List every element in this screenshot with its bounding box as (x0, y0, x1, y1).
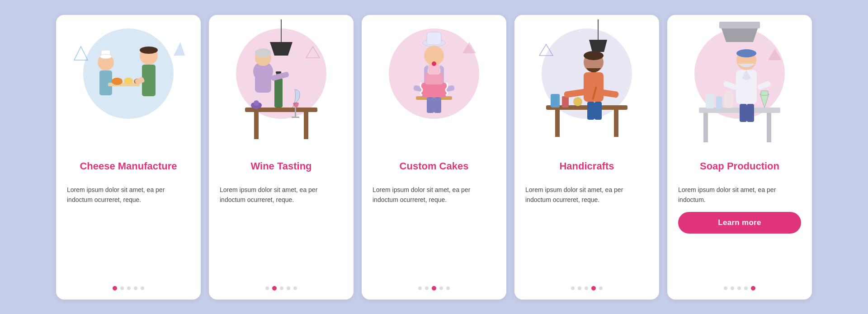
svg-marker-34 (462, 42, 476, 53)
card-cheese-manufacture: Cheese Manufacture Lorem ipsum dolor sit… (56, 15, 201, 300)
svg-rect-70 (703, 113, 708, 142)
dot-2 (737, 286, 741, 290)
svg-rect-75 (761, 91, 768, 95)
svg-point-8 (124, 78, 133, 84)
svg-rect-54 (614, 110, 618, 137)
cards-container: Cheese Manufacture Lorem ipsum dolor sit… (42, 2, 826, 312)
card-content-wine: Wine Tasting Lorem ipsum dolor sit amet,… (209, 150, 354, 291)
card-title-wine: Wine Tasting (220, 155, 343, 178)
svg-marker-50 (589, 40, 607, 52)
dots-row-cheese (67, 278, 190, 291)
illustration-cheese-svg (65, 19, 192, 146)
dot-4 (446, 286, 450, 290)
dot-active (751, 286, 755, 291)
svg-point-11 (140, 47, 158, 54)
card-content-soap: Soap Production Lorem ipsum dolor sit am… (667, 150, 812, 291)
dot-1 (578, 286, 581, 290)
learn-more-button[interactable]: Learn more (678, 212, 801, 234)
dot-0 (571, 286, 575, 290)
card-wine-tasting: Wine Tasting Lorem ipsum dolor sit amet,… (209, 15, 354, 300)
svg-point-59 (584, 51, 604, 60)
card-description-handicrafts: Lorem ipsum dolor sit amet, ea per indoc… (525, 185, 648, 205)
svg-point-46 (432, 61, 436, 66)
dots-row-soap (678, 278, 801, 291)
svg-rect-72 (706, 94, 714, 108)
dot-3 (439, 286, 443, 290)
dots-row-wine (220, 278, 343, 291)
svg-rect-64 (587, 102, 594, 120)
dot-1 (425, 286, 429, 290)
dot-active (113, 286, 117, 291)
card-content-handicrafts: Handicrafts Lorem ipsum dolor sit amet, … (514, 150, 659, 291)
svg-marker-0 (74, 47, 88, 60)
svg-marker-1 (174, 42, 185, 56)
card-description-cakes: Lorem ipsum dolor sit amet, ea per indoc… (373, 185, 495, 205)
dot-0 (418, 286, 422, 290)
svg-point-7 (112, 78, 123, 85)
svg-rect-80 (757, 80, 771, 90)
illustration-wine-svg (218, 19, 344, 146)
svg-rect-53 (555, 110, 560, 137)
svg-rect-79 (723, 80, 737, 90)
card-content-cheese: Cheese Manufacture Lorem ipsum dolor sit… (56, 150, 201, 291)
card-description-wine: Lorem ipsum dolor sit amet, ea per indoc… (220, 185, 343, 205)
card-illustration-cheese (56, 15, 201, 150)
illustration-cakes-svg (371, 19, 497, 146)
svg-rect-19 (304, 112, 308, 139)
svg-rect-36 (427, 32, 441, 45)
dot-3 (134, 286, 137, 290)
svg-rect-22 (276, 71, 281, 74)
dot-3 (287, 286, 290, 290)
svg-marker-16 (306, 47, 320, 58)
svg-rect-47 (427, 97, 434, 113)
dot-0 (265, 286, 269, 290)
svg-rect-28 (255, 68, 271, 93)
svg-point-77 (736, 49, 756, 57)
dot-1 (731, 286, 734, 290)
svg-rect-24 (292, 117, 299, 118)
dot-active (272, 286, 277, 291)
svg-rect-18 (254, 112, 259, 139)
card-title-cakes: Custom Cakes (373, 155, 495, 178)
dot-active (591, 286, 596, 291)
svg-rect-23 (295, 108, 296, 117)
svg-point-57 (573, 97, 582, 106)
illustration-soap-svg (676, 19, 803, 146)
card-title-handicrafts: Handicrafts (525, 155, 648, 178)
card-description-soap: Lorem ipsum dolor sit amet, ea per indoc… (678, 185, 801, 205)
illustration-handicrafts-svg (524, 19, 650, 146)
svg-marker-68 (768, 49, 782, 60)
card-illustration-handicrafts (514, 15, 659, 150)
dot-2 (585, 286, 588, 290)
dots-row-cakes (373, 278, 495, 291)
svg-rect-82 (747, 104, 754, 122)
card-handicrafts: Handicrafts Lorem ipsum dolor sit amet, … (514, 15, 659, 300)
svg-rect-20 (274, 78, 283, 108)
svg-rect-56 (562, 96, 569, 108)
dot-2 (280, 286, 283, 290)
card-title-soap: Soap Production (678, 155, 801, 178)
dot-1 (120, 286, 124, 290)
svg-rect-65 (594, 102, 602, 120)
svg-rect-73 (716, 96, 722, 109)
svg-marker-51 (539, 44, 553, 56)
dot-4 (293, 286, 297, 290)
card-description-cheese: Lorem ipsum dolor sit amet, ea per indoc… (67, 185, 190, 205)
card-illustration-soap (667, 15, 812, 150)
dot-4 (599, 286, 603, 290)
svg-rect-71 (767, 113, 771, 142)
card-soap-production: Soap Production Lorem ipsum dolor sit am… (667, 15, 812, 300)
dot-3 (744, 286, 748, 290)
svg-rect-81 (740, 104, 747, 122)
dot-0 (724, 286, 727, 290)
card-illustration-wine (209, 15, 354, 150)
card-content-cakes: Custom Cakes Lorem ipsum dolor sit amet,… (362, 150, 506, 291)
svg-rect-43 (421, 83, 447, 97)
svg-rect-48 (434, 97, 441, 113)
dot-4 (141, 286, 144, 290)
svg-marker-15 (270, 42, 292, 56)
svg-rect-55 (551, 94, 560, 108)
svg-point-27 (255, 48, 271, 57)
svg-marker-67 (722, 28, 758, 42)
svg-rect-66 (719, 22, 760, 28)
